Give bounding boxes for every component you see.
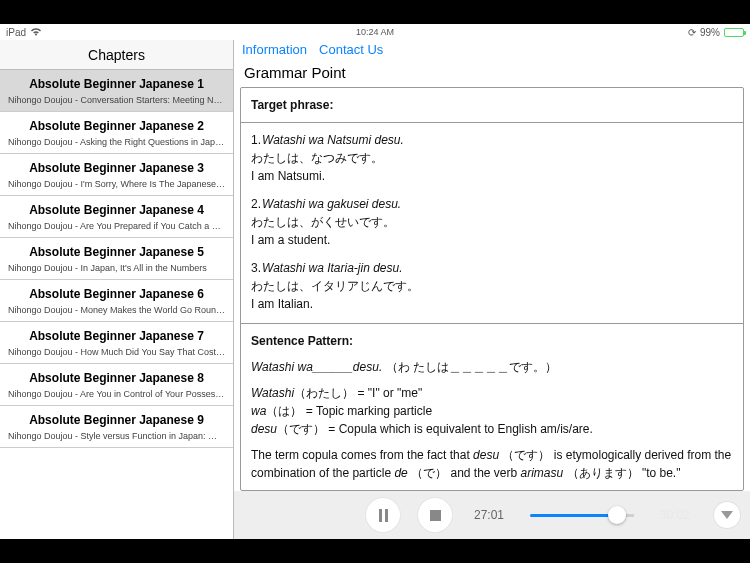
explanation: The term copula comes from the fact that… bbox=[251, 446, 733, 482]
chapter-item[interactable]: Absolute Beginner Japanese 7Nihongo Douj… bbox=[0, 322, 233, 364]
divider bbox=[241, 122, 743, 123]
phrase-block: 1.Watashi wa Natsumi desu.わたしは、なつみです。I a… bbox=[251, 131, 733, 185]
chapter-item[interactable]: Absolute Beginner Japanese 3Nihongo Douj… bbox=[0, 154, 233, 196]
chapter-title: Absolute Beginner Japanese 1 bbox=[8, 77, 225, 91]
section-title: Grammar Point bbox=[234, 58, 750, 87]
chapter-item[interactable]: Absolute Beginner Japanese 4Nihongo Douj… bbox=[0, 196, 233, 238]
chapter-item[interactable]: Absolute Beginner Japanese 8Nihongo Douj… bbox=[0, 364, 233, 406]
chapter-subtitle: Nihongo Doujou - Money Makes the World G… bbox=[8, 305, 225, 315]
device-label: iPad bbox=[6, 27, 26, 38]
letterbox-bottom bbox=[0, 539, 750, 563]
duration-time: 30:02 bbox=[660, 508, 690, 522]
chapter-item[interactable]: Absolute Beginner Japanese 9Nihongo Douj… bbox=[0, 406, 233, 448]
chapter-item[interactable]: Absolute Beginner Japanese 6Nihongo Douj… bbox=[0, 280, 233, 322]
stop-button[interactable] bbox=[418, 498, 452, 532]
pattern-heading: Sentence Pattern: bbox=[251, 334, 353, 348]
sidebar-title: Chapters bbox=[0, 40, 233, 70]
chapters-sidebar: Chapters Absolute Beginner Japanese 1Nih… bbox=[0, 40, 234, 539]
definitions: Watashi（わたし） = "I" or "me" wa（は） = Topic… bbox=[251, 384, 733, 438]
app-screen: iPad 10:24 AM ⟳ 99% Chapters Absolute Be… bbox=[0, 24, 750, 539]
chapter-title: Absolute Beginner Japanese 4 bbox=[8, 203, 225, 217]
chapter-item[interactable]: Absolute Beginner Japanese 1Nihongo Douj… bbox=[0, 70, 233, 112]
chapter-item[interactable]: Absolute Beginner Japanese 5Nihongo Douj… bbox=[0, 238, 233, 280]
chapter-subtitle: Nihongo Doujou - Are You Prepared if You… bbox=[8, 221, 225, 231]
divider bbox=[241, 323, 743, 324]
elapsed-time: 27:01 bbox=[474, 508, 504, 522]
top-links: Information Contact Us bbox=[234, 40, 750, 58]
content-box[interactable]: Target phrase: 1.Watashi wa Natsumi desu… bbox=[240, 87, 744, 491]
progress-slider[interactable] bbox=[530, 514, 634, 517]
chapter-subtitle: Nihongo Doujou - Are You in Control of Y… bbox=[8, 389, 225, 399]
pattern-line: Watashi wa______desu. （わ たしは＿＿＿＿＿です。） bbox=[251, 358, 733, 376]
chapter-title: Absolute Beginner Japanese 7 bbox=[8, 329, 225, 343]
battery-pct: 99% bbox=[700, 27, 720, 38]
chapter-title: Absolute Beginner Japanese 6 bbox=[8, 287, 225, 301]
chevron-down-icon bbox=[721, 511, 733, 519]
chapter-title: Absolute Beginner Japanese 8 bbox=[8, 371, 225, 385]
battery-icon bbox=[724, 28, 744, 37]
chapter-subtitle: Nihongo Doujou - I'm Sorry, Where Is The… bbox=[8, 179, 225, 189]
chapter-list[interactable]: Absolute Beginner Japanese 1Nihongo Douj… bbox=[0, 70, 233, 539]
content-pane: Information Contact Us Grammar Point Tar… bbox=[234, 40, 750, 539]
chapter-title: Absolute Beginner Japanese 2 bbox=[8, 119, 225, 133]
chapter-subtitle: Nihongo Doujou - How Much Did You Say Th… bbox=[8, 347, 225, 357]
chapter-subtitle: Nihongo Doujou - Conversation Starters: … bbox=[8, 95, 225, 105]
link-information[interactable]: Information bbox=[242, 42, 307, 58]
wifi-icon bbox=[30, 27, 42, 38]
chapter-title: Absolute Beginner Japanese 3 bbox=[8, 161, 225, 175]
link-contact[interactable]: Contact Us bbox=[319, 42, 383, 58]
status-bar: iPad 10:24 AM ⟳ 99% bbox=[0, 24, 750, 40]
rotation-lock-icon: ⟳ bbox=[688, 27, 696, 38]
letterbox-top bbox=[0, 0, 750, 24]
phrase-block: 2.Watashi wa gakusei desu.わたしは、がくせいです。I … bbox=[251, 195, 733, 249]
chapter-title: Absolute Beginner Japanese 5 bbox=[8, 245, 225, 259]
chapter-item[interactable]: Absolute Beginner Japanese 2Nihongo Douj… bbox=[0, 112, 233, 154]
pause-button[interactable] bbox=[366, 498, 400, 532]
target-heading: Target phrase: bbox=[251, 98, 333, 112]
chapter-subtitle: Nihongo Doujou - Style versus Function i… bbox=[8, 431, 225, 441]
chapter-title: Absolute Beginner Japanese 9 bbox=[8, 413, 225, 427]
chapter-subtitle: Nihongo Doujou - Asking the Right Questi… bbox=[8, 137, 225, 147]
slider-knob[interactable] bbox=[608, 506, 626, 524]
phrase-block: 3.Watashi wa Itaria-jin desu.わたしは、イタリアじん… bbox=[251, 259, 733, 313]
status-time: 10:24 AM bbox=[356, 27, 394, 37]
chapter-subtitle: Nihongo Doujou - In Japan, It's All in t… bbox=[8, 263, 225, 273]
collapse-button[interactable] bbox=[714, 502, 740, 528]
audio-player: 27:01 30:02 bbox=[234, 491, 750, 539]
